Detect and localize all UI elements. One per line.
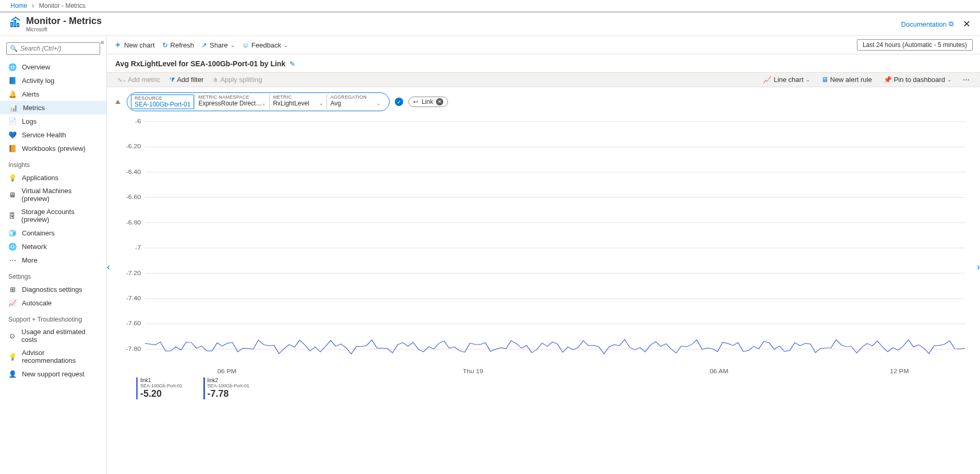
chevron-down-icon: ⌄ [319, 101, 323, 106]
chevron-down-icon: ⌄ [377, 101, 381, 106]
sidebar-item-more[interactable]: ⋯More [0, 253, 106, 267]
svg-text:-6.80: -6.80 [126, 220, 141, 226]
breadcrumb-separator: › [32, 2, 34, 9]
chevron-down-icon: ⌄ [947, 77, 951, 82]
sidebar-item-logs[interactable]: 📄Logs [0, 114, 106, 128]
chart-prev-icon[interactable]: ‹ [107, 262, 110, 272]
page-title: Monitor - Metrics [26, 16, 102, 27]
chart-next-icon[interactable]: › [977, 262, 980, 272]
namespace-label: METRIC NAMESPACE [198, 94, 266, 100]
feedback-button[interactable]: ☺ Feedback ⌄ [242, 41, 288, 49]
sidebar-item-new-support-request[interactable]: 👤New support request [0, 367, 106, 381]
sidebar-item-virtual-machines-preview-[interactable]: 🖥Virtual Machines (preview) [0, 184, 106, 205]
svg-text:Thu 19: Thu 19 [463, 369, 483, 374]
page-subtitle: Microsoft [26, 27, 102, 32]
sidebar-item-alerts[interactable]: 🔔Alerts [0, 87, 106, 101]
breadcrumb-home[interactable]: Home [10, 2, 27, 9]
nav-label: Advisor recommendations [22, 349, 98, 364]
apply-splitting-button[interactable]: ⋔ Apply splitting [211, 75, 264, 85]
chevron-down-icon: ⌄ [262, 101, 266, 106]
nav-label: Logs [22, 117, 37, 125]
edit-title-icon[interactable]: ✎ [289, 60, 295, 68]
nav-icon: 🖥 [8, 191, 16, 199]
sidebar-item-metrics[interactable]: 📊Metrics [0, 101, 106, 114]
sidebar-item-service-health[interactable]: 💙Service Health [0, 128, 106, 141]
nav-icon: 🔔 [8, 90, 17, 98]
pin-to-dashboard-button[interactable]: 📌 Pin to dashboard ⌄ [881, 75, 953, 85]
chart-title: Avg RxLightLevel for SEA-100Gb-Port-01 b… [115, 60, 285, 68]
nav-label: Service Health [22, 131, 66, 139]
search-input[interactable] [20, 45, 96, 52]
close-icon[interactable]: ✕ [963, 18, 971, 30]
metric-valid-icon: ✓ [395, 98, 403, 106]
nav-label: Storage Accounts (preview) [21, 208, 98, 223]
nav-label: Autoscale [22, 299, 52, 307]
sidebar-item-usage-and-estimated-costs[interactable]: ⊙Usage and estimated costs [0, 325, 106, 346]
more-options-button[interactable]: ⋯ [961, 75, 972, 85]
sidebar-item-activity-log[interactable]: 📘Activity log [0, 74, 106, 87]
chevron-down-icon: ⌄ [284, 42, 288, 48]
add-metric-button[interactable]: ∿₊ Add metric [115, 75, 162, 85]
sidebar-item-advisor-recommendations[interactable]: 💡Advisor recommendations [0, 346, 106, 367]
chevron-down-icon: ⌄ [231, 42, 235, 48]
nav-label: Activity log [22, 77, 54, 85]
metric-selector[interactable]: METRIC RxLightLevel⌄ [269, 94, 326, 110]
alert-icon: 🖥 [821, 76, 828, 84]
metric-label: METRIC [273, 94, 323, 100]
add-metric-icon: ∿₊ [117, 76, 126, 84]
sidebar-item-autoscale[interactable]: 📈Autoscale [0, 296, 106, 310]
add-filter-button[interactable]: ⧩ Add filter [167, 75, 205, 85]
share-button[interactable]: ↗ Share ⌄ [201, 41, 235, 49]
resource-label: RESOURCE [135, 96, 190, 101]
search-icon: 🔍 [10, 45, 18, 52]
svg-text:-6: -6 [135, 118, 141, 124]
resource-selector[interactable]: RESOURCE SEA-100Gb-Port-01 [131, 94, 194, 109]
breadcrumb: Home › Monitor - Metrics [0, 0, 980, 13]
namespace-selector[interactable]: METRIC NAMESPACE ExpressRoute Direct…⌄ [195, 94, 269, 110]
svg-text:-7.80: -7.80 [126, 346, 141, 352]
time-range-selector[interactable]: Last 24 hours (Automatic - 5 minutes) [857, 39, 973, 51]
nav-label: More [22, 256, 38, 264]
sidebar-search[interactable]: 🔍 [6, 42, 100, 55]
new-alert-button[interactable]: 🖥 New alert rule [819, 75, 874, 85]
nav-label: Virtual Machines (preview) [21, 187, 98, 203]
expand-triangle-icon[interactable] [115, 100, 120, 104]
main-content: ＋ New chart ↻ Refresh ↗ Share ⌄ ☺ Feedba… [107, 36, 980, 474]
nav-icon: 📄 [8, 117, 17, 125]
monitor-logo-icon [9, 16, 22, 32]
chart-type-selector[interactable]: 📈 Line chart ⌄ [761, 75, 812, 85]
breadcrumb-current: Monitor - Metrics [39, 2, 86, 9]
sidebar-item-storage-accounts-preview-[interactable]: 🗄Storage Accounts (preview) [0, 205, 106, 226]
sidebar-item-overview[interactable]: 🌐Overview [0, 60, 106, 74]
remove-split-icon[interactable]: ✕ [436, 98, 443, 105]
sidebar-item-containers[interactable]: 🧊Containers [0, 226, 106, 240]
sidebar-section-settings: Settings [0, 267, 106, 282]
legend-item-link1[interactable]: link1 SEA-100Gb-Port-01 -5.20 [136, 377, 183, 399]
aggregation-selector[interactable]: AGGREGATION Avg⌄ [326, 94, 384, 110]
metrics-chart[interactable]: -6-6.20-6.40-6.60-6.80-7-7.20-7.40-7.60-… [115, 116, 972, 377]
nav-icon: 🧊 [8, 229, 17, 237]
new-chart-button[interactable]: ＋ New chart [114, 40, 155, 50]
split-by-pill[interactable]: ↩ Link ✕ [408, 97, 448, 107]
documentation-link[interactable]: Documentation ⧉ [901, 20, 953, 28]
nav-label: Containers [22, 229, 55, 237]
nav-label: Diagnostics settings [22, 286, 82, 293]
pin-icon: 📌 [884, 76, 892, 84]
nav-icon: 🗄 [8, 211, 16, 220]
external-link-icon: ⧉ [949, 20, 953, 28]
refresh-button[interactable]: ↻ Refresh [162, 41, 195, 49]
sidebar-item-diagnostics-settings[interactable]: ⊞Diagnostics settings [0, 282, 106, 296]
refresh-icon: ↻ [162, 41, 168, 49]
sidebar-collapse-icon[interactable]: « [101, 38, 104, 46]
svg-text:-6.20: -6.20 [126, 144, 141, 150]
feedback-icon: ☺ [242, 41, 249, 49]
sidebar-item-workbooks-preview-[interactable]: 📙Workbooks (preview) [0, 141, 106, 155]
nav-icon: ⊙ [8, 331, 16, 340]
nav-icon: ⋯ [8, 256, 17, 264]
legend-item-link2[interactable]: link2 SEA-100Gb-Port-01 -7.78 [203, 377, 250, 399]
sidebar-item-network[interactable]: 🌐Network [0, 240, 106, 253]
svg-text:-7.60: -7.60 [126, 321, 141, 327]
nav-icon: 💙 [8, 131, 17, 139]
sidebar-item-applications[interactable]: 💡Applications [0, 171, 106, 184]
nav-icon: 📘 [8, 76, 17, 85]
